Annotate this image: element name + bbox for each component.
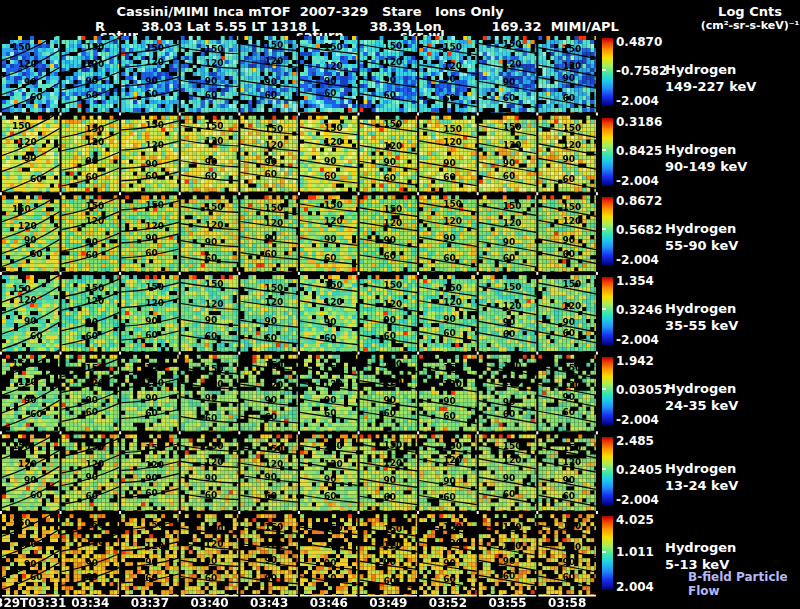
colorbar-mid-label: 0.5682 xyxy=(616,223,662,237)
colorbar-mid-tick xyxy=(602,228,606,230)
time-axis-tick: 03:46 xyxy=(310,596,348,609)
colorbar-min-label: -2.004 xyxy=(616,493,659,507)
species-label: Hydrogen xyxy=(665,540,736,555)
colorbar-mid-label: 0.3246 xyxy=(616,303,662,317)
species-label: Hydrogen xyxy=(665,461,736,476)
time-axis-tick: 03:52 xyxy=(429,596,467,609)
energy-range-label: 90-149 keV xyxy=(665,159,747,174)
colorbar-min-label: -2.004 xyxy=(616,333,659,347)
colorbar-mid-label: -0.7582 xyxy=(616,64,667,78)
colorbar xyxy=(602,38,613,106)
units-label: (cm²-sr-s-keV)⁻¹ xyxy=(698,19,800,32)
colorbar-max-label: 4.025 xyxy=(616,513,654,527)
spectrogram-canvas xyxy=(0,36,600,598)
clipped-overlay-label: satur xyxy=(100,28,138,36)
colorbar-max-label: 0.3186 xyxy=(616,115,662,129)
species-label: Hydrogen xyxy=(665,142,736,157)
colorbar-max-label: 1.354 xyxy=(616,274,654,288)
energy-range-label: 55-90 keV xyxy=(665,238,738,253)
page-title: Cassini/MIMI Inca mTOF 2007-329 Stare Io… xyxy=(0,4,620,19)
ephemeris-line: R 38.03 Lat 5.55 LT 1318 L 38.39 Lon 169… xyxy=(95,19,619,34)
colorbar-mid-label: 0.2405 xyxy=(616,463,662,477)
colorbar xyxy=(602,197,613,265)
time-axis-tick: 03:49 xyxy=(369,596,407,609)
colorbar-mid-tick xyxy=(602,308,606,310)
time-axis-tick: 03:58 xyxy=(548,596,586,609)
time-axis-tick: 03:37 xyxy=(131,596,169,609)
energy-range-label: 5-13 keV xyxy=(665,557,729,572)
species-label: Hydrogen xyxy=(665,221,736,236)
colorbar-mid-tick xyxy=(602,551,606,553)
colorbar-mid-tick xyxy=(602,388,606,390)
colorbar-max-label: 0.8672 xyxy=(616,194,662,208)
colorbar-min-label: 2.004 xyxy=(616,580,654,594)
colorbar-min-label: -2.004 xyxy=(616,174,659,188)
time-axis-tick: 329T03:31 xyxy=(0,596,66,609)
clipped-overlay-label: skr-wl xyxy=(400,28,445,36)
colorbar-mid-tick xyxy=(602,69,606,71)
colorbar xyxy=(602,516,613,590)
colorbar xyxy=(602,437,613,505)
energy-range-label: 35-55 keV xyxy=(665,318,738,333)
colorbar-mid-tick xyxy=(602,149,606,151)
species-label: Hydrogen xyxy=(665,301,736,316)
log-counts-label: Log Cnts xyxy=(700,4,800,19)
colorbar-min-label: -2.004 xyxy=(616,253,659,267)
colorbar-min-label: -2.004 xyxy=(616,413,659,427)
colorbar-max-label: 1.942 xyxy=(616,354,654,368)
colorbar-mid-label: 1.011 xyxy=(616,545,654,559)
colorbar-max-label: 2.485 xyxy=(616,434,654,448)
energy-range-label: 149-227 keV xyxy=(665,79,756,94)
species-label: Hydrogen xyxy=(665,62,736,77)
colorbar-mid-tick xyxy=(602,468,606,470)
spectrogram-page: Cassini/MIMI Inca mTOF 2007-329 Stare Io… xyxy=(0,0,800,609)
time-axis-tick: 03:55 xyxy=(488,596,526,609)
clipped-overlay-label: saturn xyxy=(296,28,344,36)
colorbar-min-label: -2.004 xyxy=(616,94,659,108)
time-axis-tick: 03:34 xyxy=(71,596,109,609)
time-axis-tick: 03:43 xyxy=(250,596,288,609)
colorbar-mid-label: 0.8425 xyxy=(616,144,662,158)
time-axis-tick: 03:40 xyxy=(190,596,228,609)
colorbar xyxy=(602,118,613,186)
colorbar xyxy=(602,357,613,425)
species-label: Hydrogen xyxy=(665,381,736,396)
energy-range-label: 24-35 keV xyxy=(665,398,738,413)
bfield-particle-flow-label: B-field Particle Flow xyxy=(688,570,800,598)
colorbar-max-label: 0.4870 xyxy=(616,35,662,49)
energy-range-label: 13-24 keV xyxy=(665,478,738,493)
colorbar-mid-label: 0.03057 xyxy=(616,383,671,397)
colorbar xyxy=(602,277,613,345)
